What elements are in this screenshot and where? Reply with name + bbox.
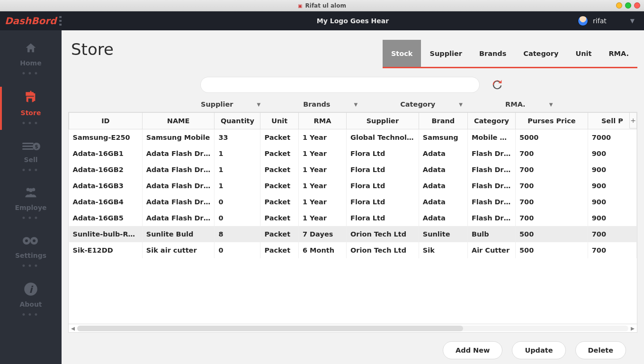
sidebar-item-employe[interactable]: Employe ••• xyxy=(0,183,62,225)
cell-unit: Packet xyxy=(260,226,298,242)
sell-icon: $ xyxy=(21,139,40,154)
close-button[interactable] xyxy=(634,2,640,9)
cell-sup: Flora Ltd xyxy=(347,162,419,178)
employe-icon xyxy=(23,186,39,202)
cell-brand: Sunlite xyxy=(419,226,467,242)
cell-sp: 7000 xyxy=(588,129,636,146)
cell-cat: Bulb xyxy=(467,226,515,242)
cell-sp: 700 xyxy=(588,226,636,242)
cell-rma: 7 Dayes xyxy=(298,226,346,242)
cell-name: Sik air cutter xyxy=(142,242,215,258)
scroll-left-icon[interactable]: ◂ xyxy=(69,324,77,333)
chevron-down-icon: ▼ xyxy=(257,102,260,107)
tab-category[interactable]: Category xyxy=(515,40,567,67)
cell-sup: Flora Ltd xyxy=(347,146,419,162)
username: rifat xyxy=(593,17,607,25)
dots-icon: ••• xyxy=(22,214,40,222)
column-header[interactable]: NAME xyxy=(142,113,215,129)
cell-rma: 1 Year xyxy=(298,178,346,194)
table-row[interactable]: Adata-16GB2Adata Flash Driv...1Packet1 Y… xyxy=(69,162,637,178)
sidebar-item-store[interactable]: Store ••• xyxy=(0,87,62,130)
cell-brand: Adata xyxy=(419,162,467,178)
svg-rect-2 xyxy=(22,148,34,150)
cell-brand: Adata xyxy=(419,146,467,162)
add-column-icon[interactable]: + xyxy=(629,112,637,128)
cell-brand: Adata xyxy=(419,210,467,226)
cell-qty: 0 xyxy=(215,242,260,258)
column-header[interactable]: Supplier xyxy=(347,113,419,129)
sidebar: DashBord Home ••• Store •••$ Sell ••• Em… xyxy=(0,11,62,364)
cell-sup: Flora Ltd xyxy=(347,178,419,194)
cell-id: Sik-E12DD xyxy=(69,242,143,258)
tab-supplier[interactable]: Supplier xyxy=(421,40,470,67)
scroll-right-icon[interactable]: ▸ xyxy=(628,324,637,333)
horizontal-scrollbar[interactable]: ◂ ▸ xyxy=(68,324,637,333)
column-header[interactable]: Category xyxy=(467,113,515,129)
tab-stock[interactable]: Stock xyxy=(383,40,421,67)
column-header[interactable]: ID xyxy=(69,113,143,129)
store-icon xyxy=(22,90,39,107)
cell-name: Adata Flash Driv... xyxy=(142,146,215,162)
sidebar-item-label: Employe xyxy=(15,204,46,211)
table-row[interactable]: Adata-16GB1Adata Flash Driv...1Packet1 Y… xyxy=(69,146,637,162)
cell-pp: 500 xyxy=(516,242,588,258)
cell-cat: Flash Drive xyxy=(467,162,515,178)
chevron-down-icon: ▼ xyxy=(549,102,553,107)
cell-sp: 900 xyxy=(588,194,636,210)
settings-icon xyxy=(21,234,40,250)
cell-sup: Flora Ltd xyxy=(347,210,419,226)
update-button[interactable]: Update xyxy=(512,341,565,359)
cell-unit: Packet xyxy=(260,194,298,210)
cell-name: Adata Flash Driv... xyxy=(142,194,215,210)
table-row[interactable]: Sik-E12DDSik air cutter0Packet6 MonthOri… xyxy=(69,242,637,258)
sidebar-item-label: Sell xyxy=(24,156,37,164)
chevron-down-icon: ▼ xyxy=(630,18,635,24)
cell-pp: 700 xyxy=(516,178,588,194)
cell-rma: 1 Year xyxy=(298,210,346,226)
sidebar-item-about[interactable]: i About ••• xyxy=(0,279,62,321)
svg-rect-1 xyxy=(22,146,34,147)
table-row[interactable]: Sunlite-bulb-R451Sunlite Buld8Packet7 Da… xyxy=(69,226,637,242)
cell-rma: 1 Year xyxy=(298,146,346,162)
data-table: + IDNAMEQuantityUnitRMASupplierBrandCate… xyxy=(68,112,637,324)
dots-icon: ••• xyxy=(22,166,40,174)
sidebar-item-home[interactable]: Home ••• xyxy=(0,39,62,80)
cell-id: Adata-16GB5 xyxy=(69,210,143,226)
cell-sup: Orion Tech Ltd xyxy=(347,226,419,242)
table-row[interactable]: Adata-16GB5Adata Flash Driv...0Packet1 Y… xyxy=(69,210,637,226)
chevron-down-icon: ▼ xyxy=(459,102,463,107)
home-icon xyxy=(23,42,38,57)
cell-pp: 700 xyxy=(516,210,588,226)
table-row[interactable]: Adata-16GB4Adata Flash Driv...0Packet1 Y… xyxy=(69,194,637,210)
filter-category[interactable]: Category▼ xyxy=(400,100,463,108)
column-header[interactable]: RMA xyxy=(298,113,346,129)
cell-cat: Flash Drive xyxy=(467,194,515,210)
column-header[interactable]: Quantity xyxy=(215,113,260,129)
add-new-button[interactable]: Add New xyxy=(443,341,502,359)
delete-button[interactable]: Delete xyxy=(575,341,626,359)
filter-supplier[interactable]: Supplier▼ xyxy=(201,100,260,108)
column-header[interactable]: Unit xyxy=(260,113,298,129)
cell-sp: 700 xyxy=(588,242,636,258)
tab-brands[interactable]: Brands xyxy=(471,40,515,67)
window-controls xyxy=(616,2,640,9)
svg-rect-0 xyxy=(22,143,34,144)
tab-rma[interactable]: RMA. xyxy=(600,40,637,67)
search-input[interactable] xyxy=(200,77,480,93)
filter-brands[interactable]: Brands▼ xyxy=(303,100,358,108)
column-header[interactable]: Purses Price xyxy=(516,113,588,129)
user-menu[interactable]: rifat ▼ xyxy=(578,16,635,26)
tab-unit[interactable]: Unit xyxy=(567,40,600,67)
table-row[interactable]: Adata-16GB3Adata Flash Driv...1Packet1 Y… xyxy=(69,178,637,194)
filter-rma[interactable]: RMA.▼ xyxy=(505,100,553,108)
column-header[interactable]: Brand xyxy=(419,113,467,129)
sidebar-item-settings[interactable]: Settings ••• xyxy=(0,231,62,273)
cell-cat: Flash Drive xyxy=(467,146,515,162)
table-row[interactable]: Samsung-E250Samsung Mobile33Packet1 Year… xyxy=(69,129,637,146)
maximize-button[interactable] xyxy=(625,2,631,9)
sidebar-item-sell[interactable]: $ Sell ••• xyxy=(0,136,62,177)
minimize-button[interactable] xyxy=(616,2,622,9)
cell-qty: 8 xyxy=(215,226,260,242)
cell-rma: 1 Year xyxy=(298,129,346,146)
refresh-button[interactable] xyxy=(489,77,505,93)
